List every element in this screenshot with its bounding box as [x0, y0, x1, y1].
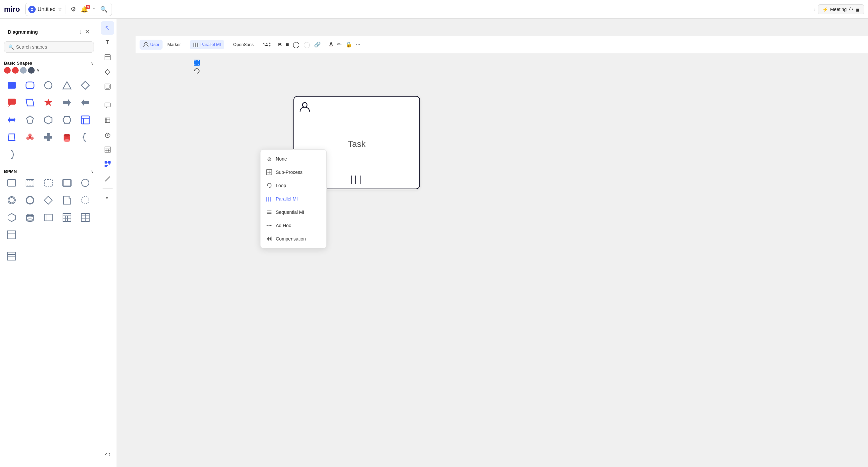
meeting-button[interactable]: ⚡ Meeting ⏱ ▣	[818, 4, 864, 14]
link-icon[interactable]: 🔗	[313, 40, 322, 49]
basic-shapes-chevron[interactable]: ∨	[91, 61, 94, 66]
bpmn-task-dashed[interactable]	[41, 175, 56, 190]
share-icon[interactable]: ↑	[91, 4, 97, 14]
dropdown-loop[interactable]: Loop	[260, 179, 327, 192]
dropdown-sequential-mi[interactable]: Sequential MI	[260, 206, 327, 219]
bpmn-task-thick[interactable]	[59, 175, 74, 190]
shape-cylinder[interactable]	[59, 130, 74, 145]
tool-table[interactable]	[101, 143, 114, 156]
shape-hexagon-flat[interactable]	[59, 112, 74, 128]
dropdown-compensation[interactable]: Compensation	[260, 232, 327, 246]
canvas-area[interactable]: ↖ T	[98, 19, 868, 467]
handle-mr[interactable]	[196, 61, 200, 64]
color-swatches-row: ∨	[4, 67, 94, 73]
font-size-arrows[interactable]: ▲ ▼	[269, 42, 271, 47]
dropdown-none[interactable]: ⊘ None	[260, 152, 327, 165]
bpmn-data-object[interactable]	[59, 192, 74, 208]
tool-shapes[interactable]	[101, 65, 114, 79]
rotate-handle[interactable]	[193, 67, 200, 76]
fmt-font-btn[interactable]: OpenSans	[230, 40, 257, 49]
shape-brace-right[interactable]	[4, 147, 19, 162]
bold-icon[interactable]: B	[277, 40, 283, 49]
tool-select[interactable]: ↖	[101, 21, 114, 35]
shape-pentagon[interactable]	[22, 112, 38, 128]
bpmn-hexagon[interactable]	[4, 210, 19, 225]
fmt-user-btn[interactable]: User	[140, 40, 162, 50]
bpmn-gateway[interactable]	[41, 192, 56, 208]
bpmn-table-alt[interactable]	[78, 210, 93, 225]
fmt-marker-btn[interactable]: Marker	[164, 40, 184, 49]
bpmn-event-intermediate[interactable]	[4, 192, 19, 208]
topbar-chevron[interactable]: ›	[814, 6, 815, 12]
bpmn-event-end[interactable]	[22, 192, 38, 208]
tool-line[interactable]	[101, 172, 114, 186]
fill-circle-icon[interactable]: ◯	[302, 40, 311, 50]
align-icon[interactable]: ≡	[284, 40, 290, 49]
tool-comment[interactable]	[101, 99, 114, 112]
tool-face[interactable]	[101, 128, 114, 142]
color-swatch-more[interactable]: ∨	[37, 68, 40, 73]
shape-callout[interactable]	[4, 95, 19, 110]
font-size-down[interactable]: ▼	[269, 44, 271, 47]
shape-cross[interactable]	[41, 130, 56, 145]
bpmn-event-circle-dotted[interactable]	[78, 192, 93, 208]
circle-outline-icon[interactable]: ◯	[291, 40, 301, 50]
more-options-icon[interactable]: ···	[355, 40, 362, 49]
shape-hexagon[interactable]	[41, 112, 56, 128]
board-title-area[interactable]: 2 Untitled ☆ ⚙ 🔔 9 ↑ 🔍	[25, 3, 112, 16]
color-swatch-gray[interactable]	[20, 67, 27, 73]
shape-star[interactable]	[41, 95, 56, 110]
color-swatch-red2[interactable]	[12, 67, 19, 73]
tool-text[interactable]: T	[101, 36, 114, 49]
shape-arrow-right[interactable]	[59, 95, 74, 110]
shape-flower[interactable]	[22, 130, 38, 145]
text-color-icon[interactable]: A	[328, 40, 334, 49]
basic-shapes-title: Basic Shapes	[4, 61, 32, 66]
settings-icon[interactable]: ⚙	[69, 4, 77, 14]
shape-brace-left[interactable]	[78, 130, 93, 145]
lock-icon[interactable]: 🔒	[344, 40, 353, 49]
svg-rect-28	[8, 180, 16, 186]
color-swatch-darkgray[interactable]	[28, 67, 35, 73]
dropdown-parallel-mi[interactable]: ||| Parallel MI	[260, 192, 327, 206]
shape-table-big[interactable]	[4, 248, 19, 264]
color-swatch-red1[interactable]	[4, 67, 11, 73]
fmt-font-size[interactable]: 14 ▲ ▼	[263, 42, 272, 47]
search-icon[interactable]: 🔍	[99, 4, 109, 14]
tool-connect[interactable]	[101, 158, 114, 171]
star-icon[interactable]: ☆	[58, 6, 62, 12]
shape-rectangle-filled[interactable]	[4, 77, 19, 93]
bpmn-table[interactable]	[59, 210, 74, 225]
bpmn-lane[interactable]	[41, 210, 56, 225]
tool-sticky[interactable]	[101, 51, 114, 64]
bpmn-data-store[interactable]	[22, 210, 38, 225]
shape-triangle[interactable]	[59, 77, 74, 93]
bpmn-pool[interactable]	[4, 227, 19, 243]
search-input[interactable]	[16, 44, 90, 50]
bpmn-task-dashed-inner[interactable]	[22, 175, 38, 190]
search-box[interactable]: 🔍	[4, 41, 94, 53]
dropdown-ad-hoc[interactable]: Ad Hoc	[260, 219, 327, 232]
shape-bars[interactable]	[78, 112, 93, 128]
bpmn-task[interactable]	[4, 175, 19, 190]
tool-frame[interactable]	[101, 80, 114, 93]
bpmn-chevron[interactable]: ∨	[91, 169, 94, 174]
tool-crop[interactable]	[101, 114, 114, 127]
close-panel-icon[interactable]: ✕	[85, 28, 90, 36]
shape-parallelogram[interactable]	[22, 95, 38, 110]
notifications-wrapper[interactable]: 🔔 9	[79, 6, 89, 13]
fmt-parallel-btn[interactable]: ||| Parallel MI	[190, 40, 224, 49]
shape-rectangle-rounded[interactable]	[22, 77, 38, 93]
shape-diamond[interactable]	[78, 77, 93, 93]
tool-undo[interactable]	[101, 448, 114, 462]
shape-circle[interactable]	[41, 77, 56, 93]
download-icon[interactable]: ↓	[79, 28, 82, 36]
canvas-content[interactable]: User Marker ||| Parallel MI OpenSans 14	[117, 36, 868, 467]
shape-trapezoid[interactable]	[4, 130, 19, 145]
tool-more[interactable]: »	[101, 191, 114, 205]
bpmn-event-start[interactable]	[78, 175, 93, 190]
shape-double-arrow[interactable]	[4, 112, 19, 128]
pen-icon[interactable]: ✏	[336, 40, 343, 49]
dropdown-subprocess[interactable]: Sub-Process	[260, 165, 327, 179]
shape-arrow-left[interactable]	[78, 95, 93, 110]
